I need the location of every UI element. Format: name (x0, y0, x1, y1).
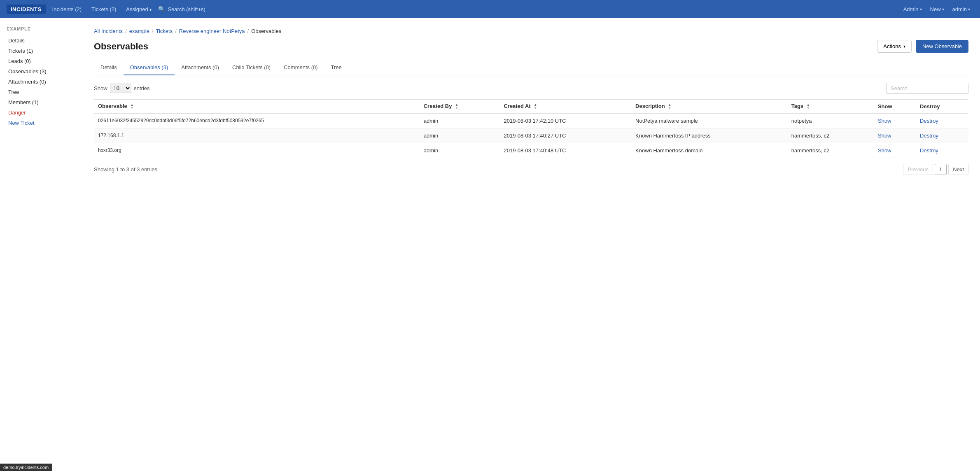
cell-created-at-0: 2019-08-03 17:42:10 UTC (499, 113, 631, 128)
pagination: Showing 1 to 3 of 3 entries Previous 1 N… (94, 164, 968, 175)
cell-created-by-2: admin (420, 143, 500, 158)
cell-tags-1: hammertoss, c2 (787, 128, 874, 143)
tab-tree[interactable]: Tree (324, 60, 348, 75)
show-link-0[interactable]: Show (878, 118, 891, 124)
cell-created-at-1: 2019-08-03 17:40:27 UTC (499, 128, 631, 143)
pagination-summary: Showing 1 to 3 of 3 entries (94, 166, 157, 173)
breadcrumb-sep-1: / (125, 28, 127, 34)
cell-description-0: NotPetya malware sample (631, 113, 787, 128)
table-controls: Show 10 25 50 100 entries (94, 83, 968, 94)
tab-attachments[interactable]: Attachments (0) (175, 60, 226, 75)
col-created-at[interactable]: Created At ▲▼ (499, 99, 631, 113)
col-tags[interactable]: Tags ▲▼ (787, 99, 874, 113)
sidebar-item-new-ticket[interactable]: New Ticket (7, 118, 75, 128)
nav-admin[interactable]: Admin ▾ (900, 5, 925, 14)
destroy-link-0[interactable]: Destroy (920, 118, 938, 124)
cell-destroy-1[interactable]: Destroy (916, 128, 968, 143)
layout: EXAMPLE Details Tickets (1) Leads (0) Ob… (0, 18, 980, 471)
sidebar-item-details[interactable]: Details (7, 35, 75, 46)
header-actions: Actions ▾ New Observable (877, 40, 968, 53)
main-content: All Incidents / example / Tickets / Reve… (82, 18, 980, 471)
tab-details[interactable]: Details (94, 60, 124, 75)
sort-created-at: ▲▼ (534, 103, 537, 110)
search-icon: 🔍 (158, 6, 165, 12)
cell-tags-2: hammertoss, c2 (787, 143, 874, 158)
table-row: 02611e6032f34552929dc0ddbf3d06f5fd72b60e… (94, 113, 968, 128)
new-observable-button[interactable]: New Observable (916, 40, 968, 53)
sort-created-by: ▲▼ (455, 103, 458, 110)
breadcrumb-current: Observables (251, 28, 281, 34)
cell-show-2[interactable]: Show (874, 143, 916, 158)
cell-show-1[interactable]: Show (874, 128, 916, 143)
breadcrumb-example[interactable]: example (129, 28, 149, 34)
nav-search[interactable]: 🔍 Search (shift+s) (158, 6, 205, 12)
show-link-2[interactable]: Show (878, 147, 891, 154)
cell-description-2: Known Hammertoss domain (631, 143, 787, 158)
breadcrumb: All Incidents / example / Tickets / Reve… (94, 28, 968, 34)
tab-comments[interactable]: Comments (0) (277, 60, 324, 75)
user-dropdown-arrow: ▾ (968, 7, 970, 12)
breadcrumb-all-incidents[interactable]: All Incidents (94, 28, 123, 34)
show-link-1[interactable]: Show (878, 133, 891, 139)
nav-incidents[interactable]: Incidents (2) (49, 5, 85, 14)
cell-observable-1: 172.168.1.1 (94, 128, 420, 143)
sort-description: ▲▼ (668, 103, 671, 110)
previous-button[interactable]: Previous (903, 164, 933, 175)
breadcrumb-sep-4: / (247, 28, 249, 34)
breadcrumb-sep-3: / (175, 28, 177, 34)
sidebar: EXAMPLE Details Tickets (1) Leads (0) Ob… (0, 18, 82, 471)
sidebar-item-attachments[interactable]: Attachments (0) (7, 77, 75, 87)
nav-right: Admin ▾ New ▾ admin ▾ (900, 5, 973, 14)
next-button[interactable]: Next (948, 164, 968, 175)
sidebar-item-leads[interactable]: Leads (0) (7, 56, 75, 66)
cell-destroy-2[interactable]: Destroy (916, 143, 968, 158)
page-1-button[interactable]: 1 (935, 164, 947, 175)
new-dropdown-arrow: ▾ (942, 7, 944, 12)
brand-label[interactable]: INCIDENTS (7, 5, 46, 14)
destroy-link-1[interactable]: Destroy (920, 133, 938, 139)
actions-button[interactable]: Actions ▾ (877, 40, 912, 53)
cell-tags-0: notpetya (787, 113, 874, 128)
cell-show-0[interactable]: Show (874, 113, 916, 128)
cell-observable-2: hxxr33.org (94, 143, 420, 158)
cell-created-by-0: admin (420, 113, 500, 128)
col-description[interactable]: Description ▲▼ (631, 99, 787, 113)
destroy-link-2[interactable]: Destroy (920, 147, 938, 154)
breadcrumb-tickets[interactable]: Tickets (156, 28, 173, 34)
sidebar-group-label: EXAMPLE (7, 26, 75, 31)
breadcrumb-reverse-engineer[interactable]: Reverse engineer NotPetya (179, 28, 245, 34)
sidebar-item-observables[interactable]: Observables (3) (7, 66, 75, 77)
search-input[interactable] (886, 83, 968, 94)
assigned-dropdown-arrow: ▾ (149, 7, 152, 12)
col-show: Show (874, 99, 916, 113)
sidebar-item-tree[interactable]: Tree (7, 87, 75, 97)
nav-assigned[interactable]: Assigned ▾ (123, 5, 155, 14)
col-created-by[interactable]: Created By ▲▼ (420, 99, 500, 113)
cell-description-1: Known Hammertoss IP address (631, 128, 787, 143)
top-nav: INCIDENTS Incidents (2) Tickets (2) Assi… (0, 0, 980, 18)
nav-new[interactable]: New ▾ (927, 5, 947, 14)
status-bar: demo.tryincidents.com (0, 464, 52, 471)
cell-created-by-1: admin (420, 128, 500, 143)
tab-child-tickets[interactable]: Child Tickets (0) (226, 60, 277, 75)
breadcrumb-sep-2: / (152, 28, 154, 34)
sidebar-item-danger[interactable]: Danger (7, 107, 75, 118)
nav-user[interactable]: admin ▾ (949, 5, 973, 14)
tabs: Details Observables (3) Attachments (0) … (94, 60, 968, 75)
status-url: demo.tryincidents.com (3, 465, 49, 470)
page-title: Observables (94, 41, 148, 52)
cell-created-at-2: 2019-08-03 17:40:48 UTC (499, 143, 631, 158)
col-observable[interactable]: Observable ▲▼ (94, 99, 420, 113)
entries-select[interactable]: 10 25 50 100 (110, 84, 131, 93)
show-label: Show (94, 85, 107, 91)
sidebar-item-members[interactable]: Members (1) (7, 97, 75, 107)
nav-tickets[interactable]: Tickets (2) (88, 5, 119, 14)
table-row: 172.168.1.1 admin 2019-08-03 17:40:27 UT… (94, 128, 968, 143)
cell-destroy-0[interactable]: Destroy (916, 113, 968, 128)
observables-table: Observable ▲▼ Created By ▲▼ Created At ▲… (94, 99, 968, 158)
tab-observables[interactable]: Observables (3) (124, 60, 175, 75)
page-header: Observables Actions ▾ New Observable (94, 40, 968, 53)
sort-tags: ▲▼ (807, 103, 810, 110)
col-destroy: Destroy (916, 99, 968, 113)
sidebar-item-tickets[interactable]: Tickets (1) (7, 46, 75, 56)
